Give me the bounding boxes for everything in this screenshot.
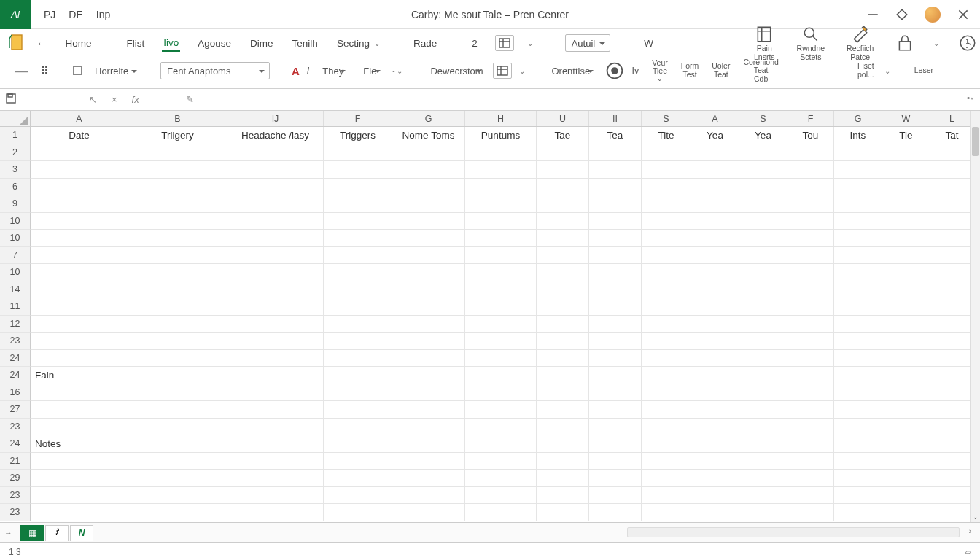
cell[interactable] xyxy=(31,213,128,230)
cell[interactable] xyxy=(691,350,739,368)
cell[interactable] xyxy=(392,316,465,333)
close-icon[interactable] xyxy=(957,8,970,21)
fill-split-chevron-icon[interactable]: - ⌄ xyxy=(392,67,402,75)
cell[interactable] xyxy=(788,419,834,436)
cell[interactable] xyxy=(882,435,930,453)
cell[interactable] xyxy=(788,316,834,333)
cell[interactable] xyxy=(834,144,882,162)
cell[interactable] xyxy=(882,332,930,350)
cell[interactable] xyxy=(128,264,228,281)
cell[interactable] xyxy=(465,161,537,179)
cell[interactable] xyxy=(228,213,324,230)
lock-chevron-icon[interactable]: ⌄ xyxy=(933,39,939,47)
column-header[interactable]: W xyxy=(882,111,930,126)
cell[interactable] xyxy=(930,213,974,230)
cell[interactable] xyxy=(834,179,882,196)
save-small-icon[interactable] xyxy=(6,93,16,106)
cell[interactable] xyxy=(324,504,392,521)
cell[interactable] xyxy=(788,367,834,384)
cell[interactable] xyxy=(739,264,788,281)
cell[interactable] xyxy=(739,179,788,196)
cell[interactable]: Notes xyxy=(31,435,128,453)
cell[interactable] xyxy=(537,384,589,402)
cell[interactable] xyxy=(228,504,324,521)
cell[interactable] xyxy=(537,470,589,487)
cell[interactable] xyxy=(834,419,882,436)
cell[interactable] xyxy=(228,281,324,299)
scrollbar-thumb[interactable] xyxy=(972,127,979,156)
cell[interactable] xyxy=(788,470,834,487)
cell[interactable] xyxy=(324,384,392,402)
tab-2[interactable]: Agouse xyxy=(196,36,233,51)
cell[interactable] xyxy=(739,401,788,419)
cell[interactable] xyxy=(537,230,589,247)
cell[interactable] xyxy=(31,161,128,179)
cell[interactable] xyxy=(930,230,974,247)
cell[interactable] xyxy=(642,281,691,299)
cell[interactable] xyxy=(642,298,691,316)
cell[interactable] xyxy=(739,161,788,179)
cell[interactable] xyxy=(465,350,537,368)
cell[interactable] xyxy=(930,350,974,368)
cell[interactable] xyxy=(642,161,691,179)
checkbox-icon[interactable] xyxy=(73,66,82,75)
cell[interactable] xyxy=(392,367,465,384)
cell[interactable] xyxy=(739,316,788,333)
cell[interactable] xyxy=(128,195,228,213)
cell[interactable] xyxy=(882,401,930,419)
cell[interactable] xyxy=(128,230,228,247)
cell[interactable] xyxy=(691,504,739,521)
cell[interactable] xyxy=(324,247,392,265)
cell[interactable] xyxy=(882,453,930,470)
cell[interactable] xyxy=(31,316,128,333)
cell[interactable] xyxy=(739,470,788,487)
cell[interactable] xyxy=(465,179,537,196)
cell[interactable] xyxy=(834,487,882,505)
cell[interactable] xyxy=(691,384,739,402)
cell[interactable] xyxy=(128,161,228,179)
cell[interactable] xyxy=(739,384,788,402)
cell[interactable]: Tite xyxy=(642,127,691,144)
cell[interactable] xyxy=(930,298,974,316)
file-orb-icon[interactable] xyxy=(9,34,26,51)
cell[interactable] xyxy=(739,504,788,521)
cell[interactable] xyxy=(324,230,392,247)
cell[interactable] xyxy=(589,264,642,281)
column-header[interactable]: S xyxy=(642,111,691,126)
sheet-nav-icon[interactable]: ↔ xyxy=(4,529,12,537)
cell[interactable] xyxy=(930,281,974,299)
cell[interactable] xyxy=(228,401,324,419)
row-header[interactable]: 24 xyxy=(0,350,31,368)
cell[interactable] xyxy=(128,332,228,350)
cell[interactable]: Fain xyxy=(31,367,128,384)
cell[interactable] xyxy=(642,247,691,265)
cell[interactable] xyxy=(882,298,930,316)
sheet-tab-1[interactable]: វ xyxy=(45,525,69,541)
cell[interactable] xyxy=(392,213,465,230)
cell[interactable] xyxy=(882,419,930,436)
cell[interactable] xyxy=(882,367,930,384)
cell[interactable] xyxy=(392,332,465,350)
cell[interactable] xyxy=(128,144,228,162)
cell[interactable] xyxy=(788,504,834,521)
row-header[interactable]: 23 xyxy=(0,504,31,521)
cell[interactable] xyxy=(930,419,974,436)
cell[interactable] xyxy=(882,195,930,213)
cell[interactable] xyxy=(324,332,392,350)
cell[interactable] xyxy=(465,401,537,419)
ribbon-toggle-icon[interactable] xyxy=(895,8,909,21)
column-header[interactable]: U xyxy=(537,111,589,126)
cell[interactable] xyxy=(691,435,739,453)
cell[interactable] xyxy=(788,281,834,299)
edit-icon[interactable]: ✎ xyxy=(186,94,194,105)
cell[interactable] xyxy=(589,161,642,179)
cell[interactable] xyxy=(882,179,930,196)
cell[interactable] xyxy=(834,367,882,384)
row-header[interactable]: 1 xyxy=(0,127,31,144)
cell[interactable] xyxy=(392,435,465,453)
cell[interactable] xyxy=(882,504,930,521)
cell[interactable] xyxy=(788,195,834,213)
cell[interactable] xyxy=(691,470,739,487)
orientation-dropdown[interactable]: Orenttise xyxy=(545,62,598,79)
cell[interactable] xyxy=(834,504,882,521)
